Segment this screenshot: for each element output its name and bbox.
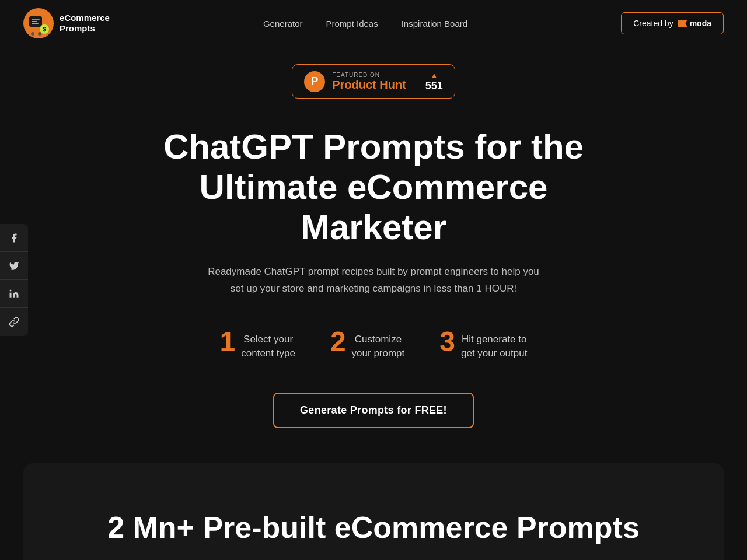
facebook-share-button[interactable] (0, 224, 28, 252)
ph-product-hunt-label: Product Hunt (332, 78, 406, 92)
ph-vote-count: 551 (425, 80, 443, 92)
hero-title-line2: Ultimate eCommerce Marketer (200, 167, 548, 247)
product-hunt-badge[interactable]: P FEATURED ON Product Hunt ▲ 551 (292, 64, 455, 99)
step-2-line2: your prompt (352, 348, 405, 359)
step-1-number: 1 (220, 328, 236, 356)
svg-point-7 (31, 32, 34, 36)
svg-text:$: $ (43, 26, 46, 33)
section2-title: 2 Mn+ Pre-built eCommerce Prompts (58, 510, 689, 545)
hero-subtitle: Readymade ChatGPT prompt recipes built b… (204, 264, 543, 298)
section-2: 2 Mn+ Pre-built eCommerce Prompts Up to … (23, 463, 724, 560)
linkedin-share-button[interactable] (0, 280, 28, 308)
svg-rect-4 (32, 23, 39, 24)
svg-point-9 (10, 289, 12, 291)
twitter-icon (9, 261, 19, 271)
steps-container: 1 Select your content type 2 Customize y… (220, 328, 528, 360)
step-2-text: Customize your prompt (352, 328, 405, 360)
moda-brand: moda (678, 19, 711, 28)
hero-title: ChatGPT Prompts for the Ultimate eCommer… (123, 127, 624, 247)
nav-links: Generator Prompt Ideas Inspiration Board (263, 19, 467, 29)
step-1-line1: Select your (243, 334, 293, 345)
social-sidebar (0, 224, 28, 336)
copy-link-button[interactable] (0, 308, 28, 336)
hero-section: P FEATURED ON Product Hunt ▲ 551 ChatGPT… (0, 47, 747, 463)
step-3-line2: get your output (461, 348, 527, 359)
logo-line1: eCommerce (60, 13, 110, 23)
logo-line2: Prompts (60, 23, 110, 34)
logo[interactable]: $ eCommerce Prompts (23, 8, 110, 38)
ph-votes: ▲ 551 (416, 71, 443, 92)
step-3: 3 Hit generate to get your output (439, 328, 527, 360)
nav-generator[interactable]: Generator (263, 19, 303, 29)
ph-arrow-icon: ▲ (430, 71, 438, 80)
product-hunt-logo: P (304, 71, 325, 92)
facebook-icon (9, 233, 19, 243)
step-1: 1 Select your content type (220, 328, 295, 360)
logo-text: eCommerce Prompts (60, 13, 110, 34)
logo-icon: $ (23, 8, 54, 38)
svg-point-8 (38, 32, 41, 36)
navbar: $ eCommerce Prompts Generator Prompt Ide… (0, 0, 747, 47)
step-3-text: Hit generate to get your output (461, 328, 527, 360)
hero-title-line1: ChatGPT Prompts for the (163, 127, 584, 166)
created-by-prefix: Created by (633, 19, 673, 28)
svg-rect-3 (32, 21, 37, 22)
created-by-button[interactable]: Created by moda (621, 12, 724, 34)
nav-inspiration-board[interactable]: Inspiration Board (402, 19, 467, 29)
ph-featured-on-label: FEATURED ON (332, 72, 380, 78)
moda-name: moda (690, 19, 711, 28)
step-2: 2 Customize your prompt (330, 328, 404, 360)
svg-rect-2 (32, 19, 40, 20)
step-1-text: Select your content type (241, 328, 295, 360)
product-hunt-text: FEATURED ON Product Hunt (332, 72, 406, 92)
step-1-line2: content type (241, 348, 295, 359)
generate-prompts-button[interactable]: Generate Prompts for FREE! (273, 393, 474, 428)
step-2-number: 2 (330, 328, 346, 356)
linkedin-icon (9, 289, 19, 299)
step-2-line1: Customize (355, 334, 402, 345)
step-3-line1: Hit generate to (462, 334, 527, 345)
twitter-share-button[interactable] (0, 252, 28, 280)
link-icon (9, 317, 19, 327)
nav-prompt-ideas[interactable]: Prompt Ideas (326, 19, 378, 29)
moda-flag-icon (678, 20, 687, 27)
step-3-number: 3 (439, 328, 455, 356)
